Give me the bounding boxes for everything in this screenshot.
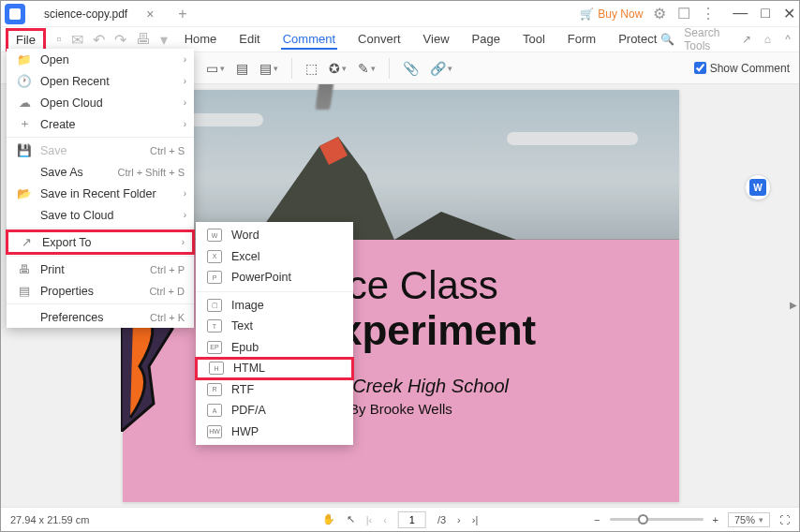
next-page-button[interactable]: ›: [457, 514, 461, 525]
menu-tab-convert[interactable]: Convert: [356, 30, 403, 50]
export-hwp[interactable]: HWHWP: [196, 421, 353, 443]
statusbar: 27.94 x 21.59 cm ✋ ↖ |‹ ‹ /3 › ›| − + 75…: [1, 507, 799, 531]
share-icon[interactable]: ⚙: [652, 7, 667, 22]
dropdown-chevron-icon[interactable]: ▾: [160, 31, 168, 49]
note-icon[interactable]: ▤: [236, 61, 248, 76]
search-icon: 🔍: [660, 33, 674, 46]
word-format-icon: W: [207, 229, 222, 242]
menu-tab-comment[interactable]: Comment: [281, 30, 337, 50]
external-link-icon[interactable]: ↗: [741, 32, 752, 47]
file-menu-properties[interactable]: ▤PropertiesCtrl + D: [7, 280, 194, 302]
file-menu-open-cloud[interactable]: ☁Open Cloud›: [7, 92, 194, 113]
plus-icon: ＋: [16, 116, 33, 132]
export-powerpoint[interactable]: PPowerPoint: [196, 267, 353, 288]
submenu-item-label: Word: [231, 229, 259, 242]
minimize-button[interactable]: —: [733, 5, 748, 22]
image-format-icon: ▢: [207, 299, 222, 312]
submenu-item-label: HWP: [231, 425, 259, 438]
export-word[interactable]: WWord: [196, 225, 353, 246]
attachment-icon[interactable]: 📎: [403, 61, 419, 76]
word-export-badge[interactable]: W: [745, 174, 771, 200]
submenu-item-label: Image: [231, 299, 264, 312]
hand-pan-icon[interactable]: ✋: [322, 513, 335, 525]
zoom-out-button[interactable]: −: [594, 514, 600, 525]
zoom-value: 75%: [734, 514, 755, 525]
menu-tab-form[interactable]: Form: [566, 30, 598, 50]
shape-icon[interactable]: ▭▾: [206, 61, 225, 76]
notification-icon[interactable]: ☐: [676, 7, 691, 22]
menu-item-label: Open: [40, 53, 69, 66]
search-tools[interactable]: Search Tools: [684, 26, 732, 52]
file-menu-print[interactable]: 🖶PrintCtrl + P: [7, 259, 194, 280]
submenu-item-label: Excel: [231, 250, 260, 263]
kebab-icon[interactable]: ⋮: [701, 7, 716, 22]
export-html[interactable]: HHTML: [196, 358, 353, 379]
close-button[interactable]: ✕: [783, 5, 795, 22]
menu-tab-view[interactable]: View: [422, 30, 452, 50]
tab-close-button[interactable]: ×: [146, 7, 154, 22]
export-text[interactable]: TText: [196, 316, 353, 337]
zoom-slider[interactable]: [610, 518, 704, 521]
file-menu-preferences[interactable]: PreferencesCtrl + K: [7, 306, 194, 328]
menu-tab-tool[interactable]: Tool: [521, 30, 547, 50]
export-image[interactable]: ▢Image: [196, 295, 353, 317]
file-menu-create[interactable]: ＋Create›: [7, 113, 194, 135]
home-icon[interactable]: ⌂: [762, 32, 773, 47]
file-menu-save-as[interactable]: Save AsCtrl + Shift + S: [7, 161, 194, 183]
file-menu-save-in-recent-folder[interactable]: 📂Save in Recent Folder›: [7, 183, 194, 204]
menu-tab-edit[interactable]: Edit: [237, 30, 261, 50]
file-menu-export-to[interactable]: ↗Export To›: [7, 230, 194, 254]
mail-icon[interactable]: ✉: [71, 31, 83, 49]
save-icon[interactable]: ▫: [56, 31, 62, 49]
buy-now-link[interactable]: 🛒 Buy Now: [580, 7, 643, 21]
signature-icon[interactable]: ✎▾: [358, 61, 376, 76]
submenu-item-label: PowerPoint: [231, 271, 291, 284]
file-menu-open[interactable]: 📁Open›: [7, 49, 194, 70]
text-format-icon: T: [207, 319, 222, 332]
export-rtf[interactable]: RRTF: [196, 379, 353, 401]
file-menu-open-recent[interactable]: 🕐Open Recent›: [7, 70, 194, 92]
menu-item-label: Save As: [40, 166, 83, 179]
comment-icon[interactable]: ▤▾: [259, 61, 278, 76]
first-page-button[interactable]: |‹: [366, 514, 373, 525]
show-comment-checkbox[interactable]: [694, 62, 706, 74]
export-epub[interactable]: EPEpub: [196, 337, 353, 359]
file-menu-save[interactable]: 💾SaveCtrl + S: [7, 140, 194, 161]
zoom-level-dropdown[interactable]: 75% ▾: [728, 512, 770, 527]
menu-item-label: Print: [40, 263, 65, 276]
shortcut: Ctrl + Shift + S: [117, 167, 185, 178]
collapse-icon[interactable]: ^: [782, 32, 793, 47]
rtf-format-icon: R: [207, 383, 222, 396]
file-dropdown-menu: 📁Open›🕐Open Recent›☁Open Cloud›＋Create›💾…: [7, 49, 194, 328]
zoom-in-button[interactable]: +: [713, 514, 719, 525]
scroll-right-icon[interactable]: ▶: [790, 300, 797, 310]
shortcut: Ctrl + S: [150, 145, 185, 156]
stamp-icon[interactable]: ✪▾: [329, 61, 347, 76]
select-cursor-icon[interactable]: ↖: [347, 513, 355, 525]
fullscreen-icon[interactable]: ⛶: [779, 514, 790, 525]
cart-icon: 🛒: [580, 7, 594, 21]
maximize-button[interactable]: □: [761, 5, 770, 22]
page-number-input[interactable]: [398, 511, 426, 528]
undo-icon[interactable]: ↶: [93, 31, 105, 49]
export-pdfa[interactable]: APDF/A: [196, 400, 353, 421]
new-tab-button[interactable]: +: [178, 6, 186, 22]
menu-tab-page[interactable]: Page: [470, 30, 502, 50]
redo-icon[interactable]: ↷: [114, 31, 126, 49]
print-icon[interactable]: 🖶: [136, 31, 151, 49]
menu-tab-protect[interactable]: Protect: [616, 30, 659, 50]
cloud-icon: ☁: [16, 96, 33, 110]
file-menu-button[interactable]: File: [7, 29, 45, 51]
export-excel[interactable]: XExcel: [196, 246, 353, 268]
shortcut: Ctrl + D: [149, 286, 185, 297]
last-page-button[interactable]: ›|: [472, 514, 479, 525]
menu-item-label: Preferences: [40, 311, 103, 324]
link-icon[interactable]: 🔗▾: [430, 61, 452, 76]
document-tab[interactable]: science-copy.pdf ×: [33, 3, 165, 25]
svg-marker-2: [394, 212, 516, 240]
file-menu-save-to-cloud[interactable]: Save to Cloud›: [7, 204, 194, 226]
export-submenu: WWordXExcelPPowerPoint▢ImageTTextEPEpubH…: [196, 222, 353, 445]
area-icon[interactable]: ⬚: [305, 61, 318, 76]
prev-page-button[interactable]: ‹: [383, 514, 387, 525]
menu-tab-home[interactable]: Home: [183, 30, 219, 50]
